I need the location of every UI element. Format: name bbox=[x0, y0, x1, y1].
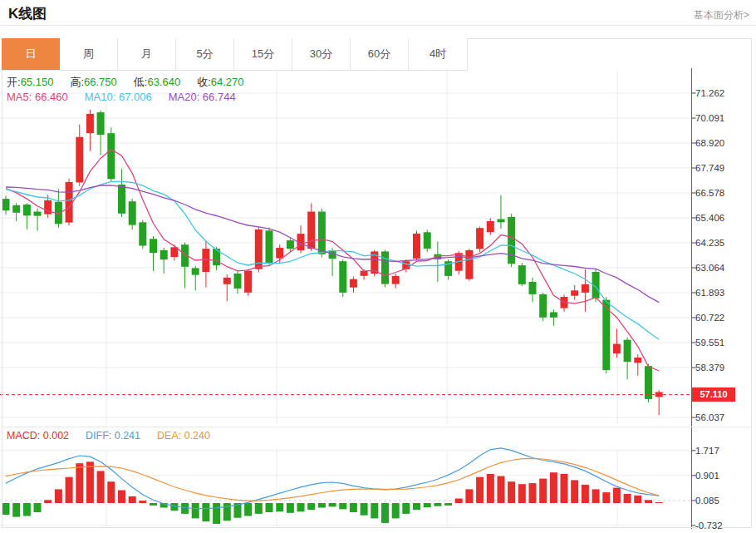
macd-legend: MACD: 0.002DIFF: 0.241DEA: 0.240 bbox=[7, 430, 227, 442]
tab-周[interactable]: 周 bbox=[60, 38, 118, 70]
price-axis-tick: 60.722 bbox=[695, 312, 750, 323]
ohlc-低: 低:63.640 bbox=[134, 75, 180, 90]
ohlc-高: 高:66.750 bbox=[70, 75, 116, 90]
price-axis-tick: 67.749 bbox=[695, 162, 750, 174]
tab-日[interactable]: 日 bbox=[2, 38, 60, 70]
price-axis-tick: 58.379 bbox=[695, 362, 750, 373]
macd-legend-MACD: MACD: 0.002 bbox=[7, 430, 69, 442]
ma-legend-MA20: MA20: 66.744 bbox=[169, 91, 236, 103]
tab-15分[interactable]: 15分 bbox=[234, 38, 292, 70]
macd-legend-DEA: DEA: 0.240 bbox=[157, 430, 210, 442]
chart-container bbox=[2, 38, 752, 528]
ma-legend-MA5: MA5: 66.460 bbox=[7, 91, 68, 103]
macd-axis-tick: 0.901 bbox=[695, 470, 750, 481]
macd-axis-tick: -0.732 bbox=[695, 520, 750, 531]
price-axis-tick: 71.262 bbox=[695, 87, 750, 99]
ohlc-收: 收:64.270 bbox=[197, 75, 243, 90]
price-axis-tick: 65.406 bbox=[695, 212, 750, 224]
kline-page: K线图 基本面分析> 日周月5分15分30分60分4时 开:65.150高:66… bbox=[0, 0, 756, 533]
tab-4时[interactable]: 4时 bbox=[409, 38, 467, 70]
macd-legend-DIFF: DIFF: 0.241 bbox=[86, 430, 140, 442]
price-axis-tick: 61.893 bbox=[695, 287, 750, 299]
ohlc-legend: 开:65.150高:66.750低:63.640收:64.270 bbox=[7, 75, 261, 90]
tab-30分[interactable]: 30分 bbox=[292, 38, 351, 70]
tab-5分[interactable]: 5分 bbox=[176, 38, 234, 70]
price-axis-tick: 70.091 bbox=[695, 112, 750, 124]
ohlc-开: 开:65.150 bbox=[7, 75, 53, 90]
price-axis-tick: 56.037 bbox=[695, 412, 750, 423]
ma-legend-MA10: MA10: 67.006 bbox=[85, 91, 152, 103]
tab-60分[interactable]: 60分 bbox=[351, 38, 409, 70]
price-axis-tick: 64.235 bbox=[695, 237, 750, 249]
title-divider bbox=[0, 25, 756, 26]
current-price-badge: 57.110 bbox=[692, 387, 735, 402]
macd-axis-tick: 1.717 bbox=[695, 445, 750, 457]
page-title: K线图 bbox=[8, 4, 47, 23]
macd-axis-tick: 0.085 bbox=[695, 495, 750, 506]
price-axis-tick: 59.551 bbox=[695, 337, 750, 348]
macd-panel-divider bbox=[2, 427, 751, 427]
ma-legend: MA5: 66.460MA10: 67.006MA20: 66.744 bbox=[7, 91, 253, 103]
tab-bar: 日周月5分15分30分60分4时 bbox=[2, 38, 468, 71]
price-axis-tick: 63.064 bbox=[695, 262, 750, 274]
price-axis-tick: 66.578 bbox=[695, 187, 750, 199]
fundamental-analysis-link[interactable]: 基本面分析> bbox=[694, 8, 749, 22]
price-axis-tick: 68.920 bbox=[695, 137, 750, 149]
tab-月[interactable]: 月 bbox=[118, 38, 176, 70]
